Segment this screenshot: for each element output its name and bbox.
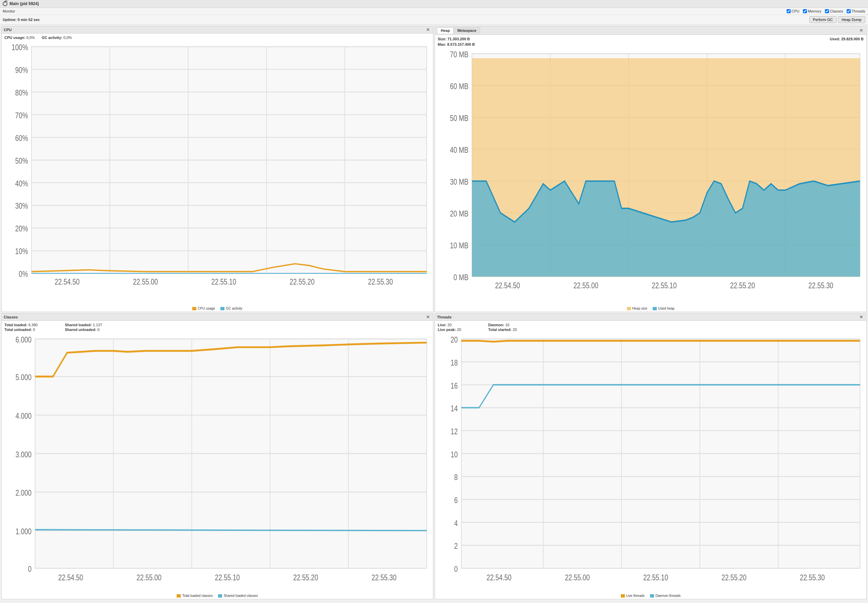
svg-text:2.000: 2.000 [16,488,31,498]
total-unloaded-label: Total unloaded: [5,328,33,332]
action-buttons: Perform GC Heap Dump [809,16,865,23]
daemon-threads-legend-color [650,594,654,598]
svg-text:22.55.30: 22.55.30 [800,572,825,582]
svg-text:30%: 30% [15,202,28,210]
svg-text:18: 18 [451,358,458,368]
classes-chart-area: 6.000 5.000 4.000 3.000 2.000 1.000 0 22… [2,333,433,592]
cpu-panel-title: CPU [4,28,11,32]
perform-gc-button[interactable]: Perform GC [809,16,837,23]
heap-used-stat: Used: 29.829.000 B [830,37,863,41]
svg-text:20: 20 [451,335,458,345]
gc-activity-legend-label: GC activity [226,306,242,310]
threads-checkbox-item[interactable]: Threads [846,9,865,13]
svg-text:22.54.50: 22.54.50 [54,278,80,286]
svg-text:10%: 10% [15,247,28,256]
heap-max-stat: Max: 8.573.157.400 B [435,42,866,48]
svg-text:1.000: 1.000 [16,527,31,536]
svg-text:0: 0 [28,564,31,574]
cpu-checkbox-label: CPU [792,9,800,13]
svg-text:22.55.10: 22.55.10 [643,572,668,582]
svg-text:22.55.10: 22.55.10 [652,281,677,290]
uptime-bar: Uptime: 0 min 52 sec Perform GC Heap Dum… [0,15,868,25]
svg-text:22.55.20: 22.55.20 [730,281,755,290]
svg-text:4: 4 [454,518,458,528]
total-started-label: Total started: [488,328,513,332]
total-loaded-stat: Total loaded: 6.380 [5,323,38,327]
cpu-chart-area: 100% 90% 80% 70% 60% 50% 40% 30% 20% 10%… [2,41,433,305]
svg-text:22.55.20: 22.55.20 [290,278,315,286]
heap-chart-area: 70 MB 60 MB 50 MB 40 MB 30 MB 20 MB 10 M… [435,48,866,305]
cpu-checkbox[interactable] [787,9,791,13]
classes-checkbox[interactable] [825,9,829,13]
svg-text:14: 14 [451,404,458,413]
main-content: CPU ✕ CPU usage: 0,0% GC activity: 0,0% [0,25,868,601]
heap-size-label: Size: 71.303.200 B [438,37,470,41]
svg-text:50%: 50% [15,156,28,165]
svg-text:40%: 40% [15,179,28,188]
classes-checkbox-label: Classes [830,9,843,13]
daemon-stat: Daemon: 16 [488,323,517,327]
live-peak-label: Live peak: [438,328,457,332]
heap-dump-button[interactable]: Heap Dump [838,16,865,23]
svg-text:22.55.20: 22.55.20 [722,572,747,582]
svg-text:6: 6 [454,496,458,505]
cpu-usage-label: CPU usage: [5,36,26,40]
classes-stats: Total loaded: 6.380 Total unloaded: 0 Sh… [2,321,433,333]
svg-text:0: 0 [454,564,458,574]
heap-panel-close[interactable]: ✕ [858,28,864,33]
svg-text:30 MB: 30 MB [450,177,468,187]
monitor-label: Monitor [3,9,15,13]
svg-text:22.54.50: 22.54.50 [58,572,84,582]
heap-chart: 70 MB 60 MB 50 MB 40 MB 30 MB 20 MB 10 M… [436,49,863,304]
cpu-usage-legend-label: CPU usage [198,306,215,310]
total-unloaded-value: 0 [33,328,35,332]
app-icon [3,2,8,6]
live-peak-stat: Live peak: 20 [438,328,461,332]
cpu-usage-stat: CPU usage: 0,0% [5,36,35,40]
svg-text:2: 2 [454,541,458,551]
daemon-label: Daemon: [488,323,505,327]
svg-text:70%: 70% [15,111,28,120]
svg-text:10 MB: 10 MB [450,241,468,250]
heap-size-stat: Size: 71.303.200 B [438,37,470,41]
total-started-value: 20 [513,328,517,332]
threads-live-group: Live: 20 Live peak: 20 [438,323,461,332]
threads-chart: 20 18 16 14 12 10 8 6 4 2 0 22.54.50 22.… [436,334,863,591]
threads-checkbox-label: Threads [852,9,865,13]
svg-text:22.55.30: 22.55.30 [808,281,834,290]
total-unloaded-stat: Total unloaded: 0 [5,328,38,332]
gc-activity-legend-color [220,307,225,310]
classes-panel-close[interactable]: ✕ [425,315,431,320]
heap-panel-header: Heap Metaspace ✕ [435,26,866,35]
cpu-panel: CPU ✕ CPU usage: 0,0% GC activity: 0,0% [2,26,433,312]
heap-tab[interactable]: Heap [437,28,454,34]
shared-classes-legend-color [218,594,222,598]
live-stat: Live: 20 [438,323,461,327]
live-threads-legend-label: Live threads [626,594,645,598]
metaspace-tab[interactable]: Metaspace [454,28,480,34]
daemon-threads-legend: Daemon threads [650,594,680,598]
svg-text:5.000: 5.000 [16,373,31,382]
cpu-legend: CPU usage GC activity [2,305,433,312]
cpu-checkbox-item[interactable]: CPU [787,9,800,13]
memory-checkbox[interactable] [803,9,807,13]
svg-text:20 MB: 20 MB [450,209,468,218]
cpu-usage-value: 0,0% [26,36,35,40]
svg-text:12: 12 [451,427,458,436]
svg-text:22.55.00: 22.55.00 [565,572,590,582]
live-threads-legend-color [621,594,625,598]
threads-checkbox[interactable] [846,9,851,13]
gc-activity-label: GC activity: [42,36,64,40]
svg-text:6.000: 6.000 [16,335,31,345]
classes-checkbox-item[interactable]: Classes [825,9,843,13]
heap-max-label: Max: 8.573.157.400 B [438,42,475,46]
threads-panel-close[interactable]: ✕ [858,315,864,320]
daemon-value: 16 [505,323,509,327]
shared-unloaded-stat: Shared unloaded: 0 [65,328,102,332]
live-threads-legend: Live threads [621,594,645,598]
used-heap-legend-label: Used heap [658,306,674,310]
live-label: Live: [438,323,448,327]
heap-tabs: Heap Metaspace [437,28,480,34]
memory-checkbox-item[interactable]: Memory [803,9,822,13]
cpu-panel-close[interactable]: ✕ [425,28,431,32]
